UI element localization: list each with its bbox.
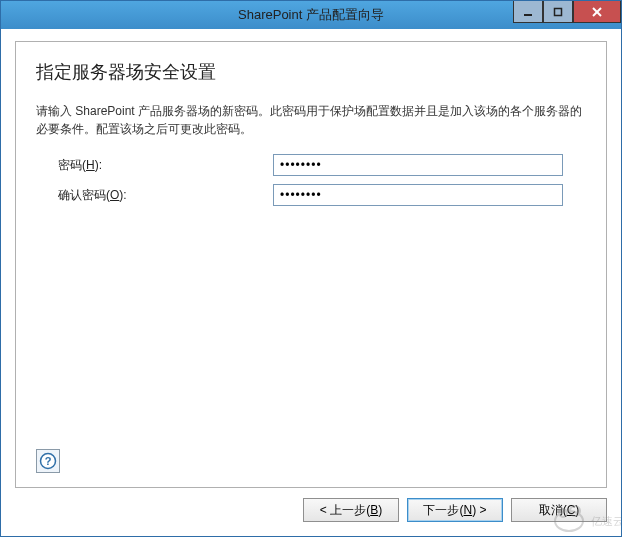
password-label: 密码(H): bbox=[58, 157, 273, 174]
client-area: 指定服务器场安全设置 请输入 SharePoint 产品服务器场的新密码。此密码… bbox=[1, 29, 621, 488]
next-button[interactable]: 下一步(N) > bbox=[407, 498, 503, 522]
svg-text:?: ? bbox=[45, 455, 52, 467]
maximize-button[interactable] bbox=[543, 1, 573, 23]
cancel-button[interactable]: 取消(C) bbox=[511, 498, 607, 522]
password-row: 密码(H): bbox=[36, 154, 586, 176]
page-description: 请输入 SharePoint 产品服务器场的新密码。此密码用于保护场配置数据并且… bbox=[36, 102, 586, 138]
help-icon: ? bbox=[39, 452, 57, 470]
minimize-icon bbox=[523, 7, 533, 17]
minimize-button[interactable] bbox=[513, 1, 543, 23]
titlebar: SharePoint 产品配置向导 bbox=[1, 1, 621, 29]
maximize-icon bbox=[553, 7, 563, 17]
svg-rect-1 bbox=[555, 8, 562, 15]
close-icon bbox=[591, 6, 603, 18]
back-button[interactable]: < 上一步(B) bbox=[303, 498, 399, 522]
help-row: ? bbox=[36, 443, 586, 473]
window-title: SharePoint 产品配置向导 bbox=[238, 6, 384, 24]
password-input[interactable] bbox=[273, 154, 563, 176]
wizard-window: SharePoint 产品配置向导 指定服务器场安全设置 请输入 SharePo… bbox=[0, 0, 622, 537]
close-button[interactable] bbox=[573, 1, 621, 23]
panel-spacer bbox=[36, 214, 586, 443]
page-heading: 指定服务器场安全设置 bbox=[36, 60, 586, 84]
button-row: < 上一步(B) 下一步(N) > 取消(C) bbox=[1, 488, 621, 536]
confirm-password-row: 确认密码(O): bbox=[36, 184, 586, 206]
confirm-password-label: 确认密码(O): bbox=[58, 187, 273, 204]
confirm-password-input[interactable] bbox=[273, 184, 563, 206]
content-panel: 指定服务器场安全设置 请输入 SharePoint 产品服务器场的新密码。此密码… bbox=[15, 41, 607, 488]
window-controls bbox=[513, 1, 621, 23]
help-button[interactable]: ? bbox=[36, 449, 60, 473]
